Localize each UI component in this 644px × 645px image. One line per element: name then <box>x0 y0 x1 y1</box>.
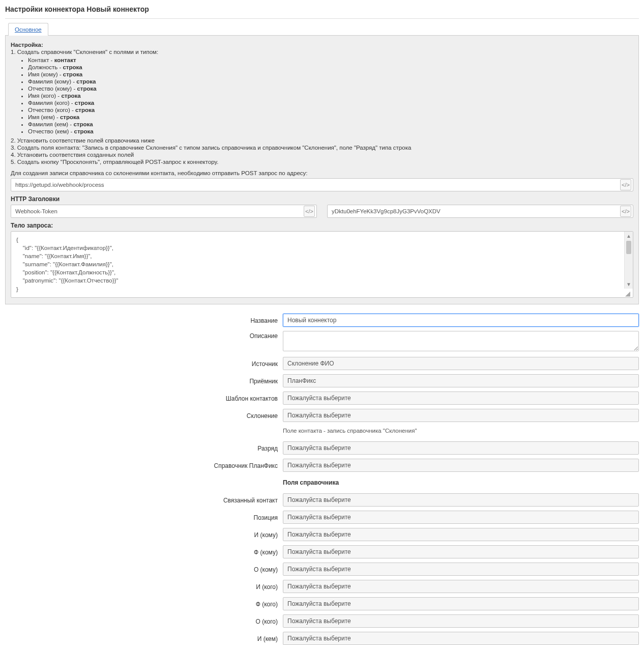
input-name[interactable] <box>283 314 639 327</box>
select-reference[interactable]: Пожалуйста выберите <box>283 459 639 472</box>
select-declension[interactable]: Пожалуйста выберите <box>283 409 639 422</box>
header-value-box[interactable]: yDktu0ehFYeKk3Vg9cp8JyG3PvVoQXDV </> <box>327 205 633 218</box>
setup-step5: 5. Создать кнопку "Просклонять", отправл… <box>11 159 633 165</box>
tab-main[interactable]: Основное <box>8 23 48 36</box>
label-receiver: Приёмник <box>5 376 283 385</box>
list-item: Отчество (кем) - строка <box>28 128 633 134</box>
list-item: Отчество (кому) - строка <box>28 86 633 92</box>
body-title: Тело запроса: <box>11 220 633 229</box>
setup-fields-list: Контакт - контактДолжность - строкаИмя (… <box>11 57 633 134</box>
label-reference: Справочник ПланФикс <box>5 461 283 469</box>
resize-handle-icon[interactable]: ◢ <box>625 290 632 297</box>
select-source[interactable]: Склонение ФИО <box>283 357 639 370</box>
list-item: Отчество (кого) - строка <box>28 107 633 113</box>
header-name-box[interactable]: Webhook-Token </> <box>11 205 317 218</box>
reference-field-select[interactable]: Пожалуйста выберите <box>283 580 639 593</box>
reference-field-select[interactable]: Пожалуйста выберите <box>283 632 639 645</box>
post-note: Для создания записи справочника со склон… <box>11 170 633 176</box>
reference-field-row: ПозицияПожалуйста выберите <box>5 511 639 524</box>
input-desc[interactable] <box>283 331 639 351</box>
label-declension: Склонение <box>5 411 283 419</box>
declension-hint: Поле контакта - запись справочника "Скло… <box>283 427 639 435</box>
divider <box>5 18 639 19</box>
scroll-up-icon[interactable]: ▲ <box>625 232 633 240</box>
reference-field-row: И (кому)Пожалуйста выберите <box>5 528 639 541</box>
reference-field-row: Связанный контактПожалуйста выберите <box>5 493 639 507</box>
reference-field-label: Позиция <box>5 513 283 521</box>
setup-heading: Настройка: <box>11 42 633 48</box>
list-item: Контакт - контакт <box>28 57 633 63</box>
insert-variable-button[interactable]: </> <box>304 206 315 217</box>
label-name: Название <box>5 316 283 324</box>
reference-field-label: Связанный контакт <box>5 495 283 504</box>
reference-field-row: О (кому)Пожалуйста выберите <box>5 563 639 576</box>
webhook-url-value: https://getupd.io/webhook/process <box>15 182 104 188</box>
reference-field-select[interactable]: Пожалуйста выберите <box>283 563 639 576</box>
setup-step3: 3. Создать поля контакта: "Запись в спра… <box>11 145 633 151</box>
http-headers-title: HTTP Заголовки <box>11 193 633 203</box>
reference-field-select[interactable]: Пожалуйста выберите <box>283 597 639 610</box>
tab-main-link[interactable]: Основное <box>15 26 42 33</box>
reference-field-select[interactable]: Пожалуйста выберите <box>283 493 639 507</box>
reference-field-select[interactable]: Пожалуйста выберите <box>283 614 639 628</box>
reference-field-select[interactable]: Пожалуйста выберите <box>283 511 639 524</box>
scroll-down-icon[interactable]: ▼ <box>625 281 633 289</box>
insert-variable-button[interactable]: </> <box>620 179 631 190</box>
reference-field-label: И (кем) <box>5 634 283 642</box>
reference-field-row: Ф (кого)Пожалуйста выберите <box>5 597 639 610</box>
reference-field-label: О (кого) <box>5 616 283 625</box>
reference-field-row: И (кем)Пожалуйста выберите <box>5 632 639 645</box>
reference-field-select[interactable]: Пожалуйста выберите <box>283 545 639 558</box>
reference-field-label: И (кому) <box>5 530 283 539</box>
setup-step1: 1. Создать справочник "Склонения" с поля… <box>11 49 633 55</box>
list-item: Имя (кем) - строка <box>28 114 633 120</box>
list-item: Фамилия (кем) - строка <box>28 121 633 127</box>
select-receiver[interactable]: ПланФикс <box>283 374 639 387</box>
label-source: Источник <box>5 359 283 368</box>
page-title: Настройки коннектора Новый коннектор <box>5 3 639 16</box>
reference-fields-heading: Поля справочника <box>283 477 639 488</box>
reference-field-label: О (кому) <box>5 565 283 573</box>
list-item: Имя (кого) - строка <box>28 93 633 99</box>
tabs: Основное <box>5 23 639 36</box>
select-rank[interactable]: Пожалуйста выберите <box>283 441 639 455</box>
body-textarea[interactable]: { "id": "{{Контакт.Идентификатор}}", "na… <box>11 231 633 298</box>
list-item: Имя (кому) - строка <box>28 71 633 77</box>
scrollbar[interactable]: ▲ ▼ <box>624 232 633 289</box>
setup-step2: 2. Установить соответствие полей справоч… <box>11 137 633 144</box>
header-name-value: Webhook-Token <box>15 208 57 214</box>
reference-field-label: И (кого) <box>5 582 283 591</box>
insert-variable-button[interactable]: </> <box>620 206 631 217</box>
reference-field-row: И (кого)Пожалуйста выберите <box>5 580 639 593</box>
label-rank: Разряд <box>5 443 283 452</box>
reference-field-label: Ф (кого) <box>5 599 283 608</box>
reference-field-select[interactable]: Пожалуйста выберите <box>283 528 639 541</box>
reference-field-row: О (кого)Пожалуйста выберите <box>5 614 639 628</box>
label-desc: Описание <box>5 331 283 340</box>
webhook-url-box[interactable]: https://getupd.io/webhook/process </> <box>11 178 633 191</box>
list-item: Фамилия (кому) - строка <box>28 78 633 85</box>
header-value-value: yDktu0ehFYeKk3Vg9cp8JyG3PvVoQXDV <box>332 208 441 214</box>
setup-panel: Настройка: 1. Создать справочник "Склоне… <box>5 35 639 304</box>
select-template[interactable]: Пожалуйста выберите <box>283 391 639 405</box>
setup-step4: 4. Установить соответствия созданных пол… <box>11 152 633 158</box>
scroll-thumb[interactable] <box>626 241 631 254</box>
reference-field-row: Ф (кому)Пожалуйста выберите <box>5 545 639 558</box>
label-template: Шаблон контактов <box>5 394 283 402</box>
list-item: Должность - строка <box>28 64 633 70</box>
config-form: Название Описание Источник Склонение ФИО… <box>5 314 639 645</box>
list-item: Фамилия (кого) - строка <box>28 100 633 106</box>
reference-field-label: Ф (кому) <box>5 547 283 556</box>
